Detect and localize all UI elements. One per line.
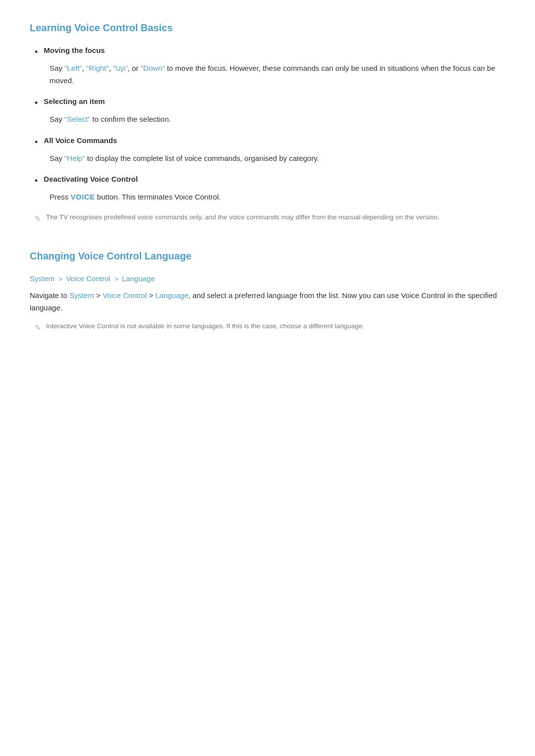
item-title-deactivating: Deactivating Voice Control	[44, 173, 138, 185]
bullet-icon-deactivating: •	[35, 174, 38, 188]
section2-nav-paragraph: Navigate to System > Voice Control > Lan…	[30, 290, 505, 314]
section-changing-language: Changing Voice Control Language System >…	[30, 248, 505, 333]
section2-title: Changing Voice Control Language	[30, 248, 505, 264]
breadcrumb: System > Voice Control > Language	[30, 273, 505, 285]
nav-system: System	[69, 291, 94, 300]
bullet-icon: •	[35, 45, 38, 59]
section1-note: ✎ The TV recognises predefined voice com…	[30, 212, 505, 224]
nav-voice-control: Voice Control	[103, 291, 147, 300]
list-item-header-all-commands: • All Voice Commands	[35, 135, 505, 150]
command-left: "Left"	[64, 64, 82, 72]
list-item-selecting: • Selecting an item Say "Select" to conf…	[30, 96, 505, 126]
list-item-all-commands: • All Voice Commands Say "Help" to displ…	[30, 135, 505, 165]
chevron-icon-1: >	[58, 275, 64, 283]
list-item-header-selecting: • Selecting an item	[35, 96, 505, 110]
pencil-icon: ✎	[35, 213, 41, 224]
item-body-selecting: Say "Select" to confirm the selection.	[35, 113, 505, 126]
command-down: "Down"	[141, 64, 165, 72]
item-title-all-commands: All Voice Commands	[44, 135, 117, 147]
bullet-icon-all-commands: •	[35, 135, 38, 150]
item-title-selecting: Selecting an item	[44, 96, 105, 107]
section1-title: Learning Voice Control Basics	[30, 20, 505, 36]
nav-language: Language	[156, 291, 189, 300]
bullet-icon-selecting: •	[35, 96, 38, 110]
item-body-deactivating: Press VOICE button. This terminates Voic…	[35, 191, 505, 203]
chevron-icon-2: >	[114, 275, 120, 283]
command-select: "Select"	[64, 115, 90, 123]
section2-note: ✎ Interactive Voice Control is not avail…	[30, 321, 505, 333]
voice-button-label: VOICE	[71, 193, 95, 201]
section2-note-text: Interactive Voice Control is not availab…	[46, 321, 364, 332]
list-item-header: • Moving the focus	[35, 45, 505, 59]
breadcrumb-voice-control: Voice Control	[66, 274, 110, 283]
command-right: "Right"	[86, 64, 109, 72]
list-item-moving-focus: • Moving the focus Say "Left", "Right", …	[30, 45, 505, 87]
list-item-deactivating: • Deactivating Voice Control Press VOICE…	[30, 173, 505, 203]
item-body-all-commands: Say "Help" to display the complete list …	[35, 152, 505, 165]
pencil-icon-2: ✎	[35, 322, 41, 333]
item-title-moving-focus: Moving the focus	[44, 45, 105, 56]
list-item-header-deactivating: • Deactivating Voice Control	[35, 173, 505, 188]
command-up: "Up"	[113, 64, 128, 72]
command-help: "Help"	[64, 154, 85, 162]
breadcrumb-language: Language	[122, 274, 155, 283]
breadcrumb-system: System	[30, 274, 54, 283]
section1-note-text: The TV recognises predefined voice comma…	[46, 212, 439, 223]
item-body-moving-focus: Say "Left", "Right", "Up", or "Down" to …	[35, 62, 505, 87]
section-learning-basics: Learning Voice Control Basics • Moving t…	[30, 20, 505, 224]
